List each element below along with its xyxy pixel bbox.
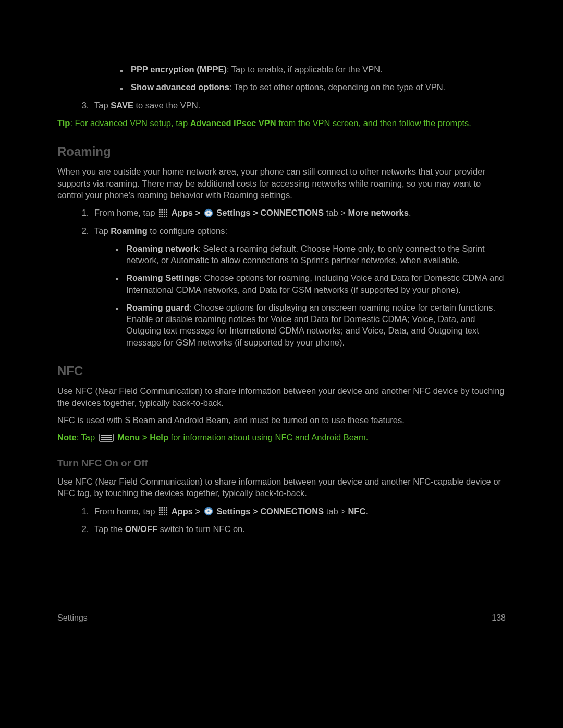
roaming-steps: From home, tap Apps > Settings > CONNECT… xyxy=(57,207,506,348)
svg-point-1 xyxy=(207,212,209,214)
label: Roaming Settings xyxy=(126,273,199,282)
nfc-intro-2: NFC is used with S Beam and Android Beam… xyxy=(57,414,506,426)
note-pre: : Tap xyxy=(77,433,97,442)
vpn-sub-options: PPP encryption (MPPE): Tap to enable, if… xyxy=(99,64,506,93)
roaming-settings-option: Roaming Settings: Choose options for roa… xyxy=(123,272,506,295)
post: to save the VPN. xyxy=(133,101,200,110)
nfc-step-2: Tap the ON/OFF switch to turn NFC on. xyxy=(91,523,506,535)
content: PPP encryption (MPPE): Tap to enable, if… xyxy=(57,64,506,535)
roaming-options: Roaming network: Select a roaming defaul… xyxy=(94,243,506,348)
post: switch to turn NFC on. xyxy=(157,524,245,534)
note-label: Note xyxy=(57,433,77,442)
pre: Tap the xyxy=(94,524,125,534)
roaming-step-2: Tap Roaming to configure options: Roamin… xyxy=(91,225,506,348)
label: Roaming network xyxy=(126,244,198,253)
nfc-step-1: From home, tap Apps > Settings > CONNECT… xyxy=(91,505,506,517)
vpn-ppp-option: PPP encryption (MPPE): Tap to enable, if… xyxy=(128,64,506,75)
bold: ON/OFF xyxy=(125,524,157,534)
roaming-heading: Roaming xyxy=(57,143,506,160)
save-label: SAVE xyxy=(111,101,133,110)
mid: tab > xyxy=(326,208,348,217)
tip-post: from the VPN screen, and then follow the… xyxy=(276,118,471,128)
settings-label: Settings > CONNECTIONS xyxy=(216,208,326,217)
apps-icon xyxy=(158,208,168,218)
mid: tab > xyxy=(326,507,348,516)
nfc-sub-intro: Use NFC (Near Field Communication) to sh… xyxy=(57,476,506,499)
label: Roaming guard xyxy=(126,303,189,312)
label: Show advanced options xyxy=(131,82,229,92)
tip-bold: Advanced IPsec VPN xyxy=(190,118,276,128)
nfc-note: Note: Tap Menu > Help for information ab… xyxy=(57,431,506,443)
tip-label: Tip xyxy=(57,118,70,128)
roaming-guard-option: Roaming guard: Choose options for displa… xyxy=(123,302,506,348)
nfc-steps: From home, tap Apps > Settings > CONNECT… xyxy=(57,505,506,535)
vpn-step-3: Tap SAVE to save the VPN. xyxy=(91,100,506,111)
desc: : Tap to enable, if applicable for the V… xyxy=(227,65,383,74)
vpn-steps-cont: Tap SAVE to save the VPN. xyxy=(57,100,506,111)
menu-icon xyxy=(99,434,114,442)
pre: Tap xyxy=(94,101,111,110)
nfc-subheading: Turn NFC On or Off xyxy=(57,456,506,470)
note-bold: Menu > Help xyxy=(117,433,168,442)
vpn-advanced-option: Show advanced options: Tap to set other … xyxy=(128,81,506,93)
footer-section: Settings xyxy=(57,612,88,624)
note-post: for information about using NFC and Andr… xyxy=(168,433,368,442)
settings-icon xyxy=(204,208,213,218)
pre: From home, tap xyxy=(94,208,157,217)
page-footer: Settings 138 xyxy=(57,612,506,624)
pre: Tap xyxy=(94,226,111,236)
apps-icon xyxy=(158,507,168,516)
end: More networks xyxy=(348,208,408,217)
pre: From home, tap xyxy=(94,507,157,516)
settings-label: Settings > CONNECTIONS xyxy=(216,507,326,516)
svg-point-3 xyxy=(207,511,209,512)
post: to configure options: xyxy=(148,226,227,236)
end: NFC xyxy=(348,507,365,516)
page-body: PPP encryption (MPPE): Tap to enable, if… xyxy=(0,0,563,728)
roaming-intro: When you are outside your home network a… xyxy=(57,166,506,201)
roaming-step-1: From home, tap Apps > Settings > CONNECT… xyxy=(91,207,506,218)
tip-pre: : For advanced VPN setup, tap xyxy=(70,118,190,128)
nfc-intro-1: Use NFC (Near Field Communication) to sh… xyxy=(57,385,506,409)
settings-icon xyxy=(204,507,213,516)
label: PPP encryption (MPPE) xyxy=(131,65,227,74)
roaming-network-option: Roaming network: Select a roaming defaul… xyxy=(123,243,506,266)
apps-label: Apps > xyxy=(172,208,203,217)
footer-page-number: 138 xyxy=(492,612,506,624)
apps-label: Apps > xyxy=(172,507,203,516)
vpn-tip: Tip: For advanced VPN setup, tap Advance… xyxy=(57,117,506,129)
desc: : Tap to set other options, depending on… xyxy=(229,82,445,92)
nfc-heading: NFC xyxy=(57,363,506,379)
bold: Roaming xyxy=(111,226,148,236)
